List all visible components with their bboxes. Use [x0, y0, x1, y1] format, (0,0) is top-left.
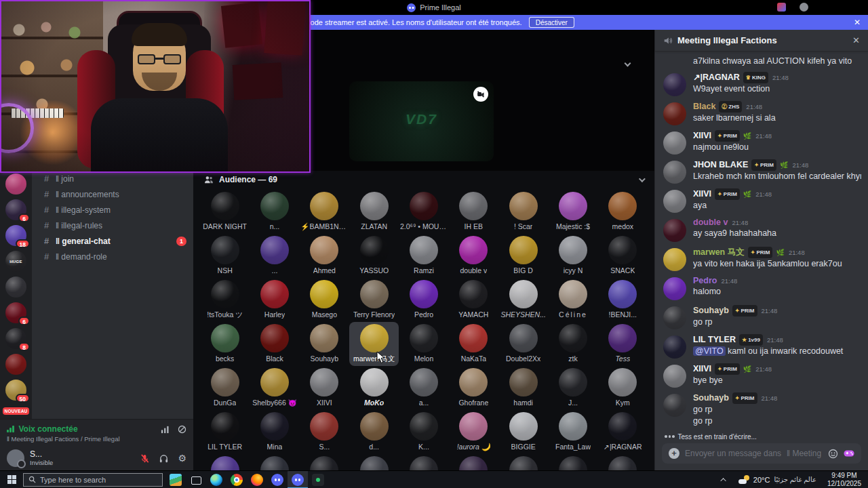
taskbar-app-edge[interactable]: [206, 471, 226, 488]
message-username[interactable]: ↗|RAGNAR: [693, 73, 740, 83]
voice-channel-path[interactable]: ‖ Meeting Illegal Factions / Prime Illeg…: [7, 435, 186, 443]
server-icon[interactable]: 6: [5, 302, 26, 323]
start-button[interactable]: [0, 471, 23, 488]
message-avatar[interactable]: [663, 306, 686, 329]
server-icon[interactable]: [5, 277, 26, 298]
audience-member[interactable]: Ghofrane: [449, 366, 498, 410]
audience-member[interactable]: IH EB: [449, 190, 498, 234]
chat-close-icon[interactable]: ✕: [852, 35, 860, 45]
audience-member[interactable]: [200, 454, 250, 470]
audience-member[interactable]: [598, 454, 648, 470]
audience-member[interactable]: Pedro: [399, 278, 448, 322]
audience-member[interactable]: [498, 454, 548, 470]
user-mention[interactable]: @VITO: [693, 346, 726, 356]
audience-member[interactable]: Masego: [300, 278, 349, 322]
message-input[interactable]: + Envoyer un message dans ‖ Meeting Ill.…: [662, 443, 861, 464]
audience-member[interactable]: ...: [250, 234, 299, 278]
audience-member[interactable]: d...: [349, 410, 399, 454]
emoji-picker-icon[interactable]: [828, 449, 838, 459]
message-username[interactable]: JHON BLAKE: [693, 160, 748, 170]
message-avatar[interactable]: [663, 190, 686, 213]
channel-item[interactable]: #‖ join: [32, 171, 193, 186]
audience-member[interactable]: Ahmed: [300, 234, 349, 278]
activities-icon[interactable]: [844, 449, 854, 458]
audience-member[interactable]: Terry Flenory: [349, 278, 399, 322]
audience-member[interactable]: MoKo: [349, 366, 399, 410]
message-avatar[interactable]: [663, 102, 686, 125]
taskbar-app-chrome[interactable]: [226, 471, 247, 488]
audience-member[interactable]: n...: [250, 190, 299, 234]
audience-member[interactable]: YAMACH: [449, 278, 498, 322]
taskbar-app-photos[interactable]: [165, 471, 186, 488]
taskbar-clock[interactable]: 9:49 PM 12/10/2025: [822, 472, 868, 487]
channel-item[interactable]: #‖ general-chat1: [32, 233, 193, 249]
audience-member[interactable]: Fanta_Law: [548, 410, 597, 454]
audience-member[interactable]: SHEYSHEN...: [498, 278, 548, 322]
message-avatar[interactable]: [663, 248, 686, 271]
taskbar-search[interactable]: Type here to search: [23, 473, 163, 487]
audience-member[interactable]: Tess: [598, 322, 648, 366]
audience-member[interactable]: BIGGIE: [498, 410, 548, 454]
avatar[interactable]: [7, 449, 24, 467]
message-username[interactable]: XIIVI: [693, 131, 711, 141]
audience-member[interactable]: XIIVI: [300, 366, 349, 410]
mic-muted-icon[interactable]: [140, 453, 150, 464]
message-avatar[interactable]: [663, 277, 686, 300]
server-icon[interactable]: [5, 174, 26, 195]
audience-member[interactable]: ZLATAN: [349, 190, 399, 234]
audience-member[interactable]: [349, 454, 399, 470]
message-username[interactable]: Souhayb: [693, 306, 729, 316]
audience-member[interactable]: a...: [399, 366, 448, 410]
tray-expand-icon[interactable]: [720, 478, 726, 483]
audience-member[interactable]: [250, 454, 299, 470]
audience-member[interactable]: Mina: [250, 410, 299, 454]
audience-member[interactable]: Black: [250, 322, 299, 366]
message-username[interactable]: Souhayb: [693, 393, 729, 403]
audience-member[interactable]: NSH: [200, 234, 250, 278]
server-icon[interactable]: [5, 354, 26, 375]
channel-item[interactable]: #‖ illegal-system: [32, 202, 193, 218]
audience-member[interactable]: !aurora 🌙: [449, 410, 498, 454]
audience-member[interactable]: Souhayb: [300, 322, 349, 366]
server-icon[interactable]: 18: [5, 225, 26, 246]
profile-icon[interactable]: [800, 3, 808, 12]
channel-item[interactable]: #‖ illegal-rules: [32, 218, 193, 233]
stream-icon[interactable]: [777, 3, 786, 12]
audience-member[interactable]: YASSUO: [349, 234, 399, 278]
audience-member[interactable]: [548, 454, 597, 470]
weather-widget[interactable]: 20°C عالم غائم جزئيًا: [733, 471, 822, 488]
new-server-pill[interactable]: NOUVEAU: [3, 407, 30, 415]
stats-bars-icon[interactable]: [161, 425, 170, 434]
audience-member[interactable]: ztk: [548, 322, 597, 366]
audience-member[interactable]: Doubel2Xx: [498, 322, 548, 366]
audience-member[interactable]: Melon: [399, 322, 448, 366]
audience-member[interactable]: marwen 马文: [349, 322, 399, 366]
audience-member[interactable]: LIL TYLER: [200, 410, 250, 454]
settings-gear-icon[interactable]: ⚙: [178, 453, 186, 463]
audience-member[interactable]: double v: [449, 234, 498, 278]
audience-member[interactable]: Majestic :$: [548, 190, 597, 234]
audience-member[interactable]: [300, 454, 349, 470]
taskbar-app-game[interactable]: [308, 471, 328, 488]
audience-member[interactable]: 2.0⁶⁹ • MOUHIB: [399, 190, 448, 234]
channel-item[interactable]: #‖ announcements: [32, 186, 193, 202]
audience-member[interactable]: hamdi: [498, 366, 548, 410]
message-avatar[interactable]: [663, 219, 686, 242]
audience-member[interactable]: Kym: [598, 366, 648, 410]
disable-streamer-mode-button[interactable]: Désactiver: [529, 17, 574, 28]
audience-member[interactable]: ! Scar: [498, 190, 548, 234]
audience-member[interactable]: icyy N: [548, 234, 597, 278]
message-avatar[interactable]: [663, 161, 686, 184]
message-username[interactable]: XIIVI: [693, 364, 711, 374]
server-icon[interactable]: HUGE: [5, 251, 26, 272]
chevron-down-icon[interactable]: [625, 60, 631, 67]
audience-header[interactable]: Audience — 69: [193, 171, 654, 188]
audience-member[interactable]: Ramzi: [399, 234, 448, 278]
audience-member[interactable]: Shelby666 😈: [250, 366, 299, 410]
audience-member[interactable]: K...: [399, 410, 448, 454]
audience-member[interactable]: J...: [548, 366, 597, 410]
channel-item[interactable]: #‖ demand-role: [32, 249, 193, 264]
taskbar-app-firefox[interactable]: [247, 471, 267, 488]
message-username[interactable]: Pedro: [693, 276, 717, 286]
message-username[interactable]: XIIVI: [693, 189, 711, 199]
